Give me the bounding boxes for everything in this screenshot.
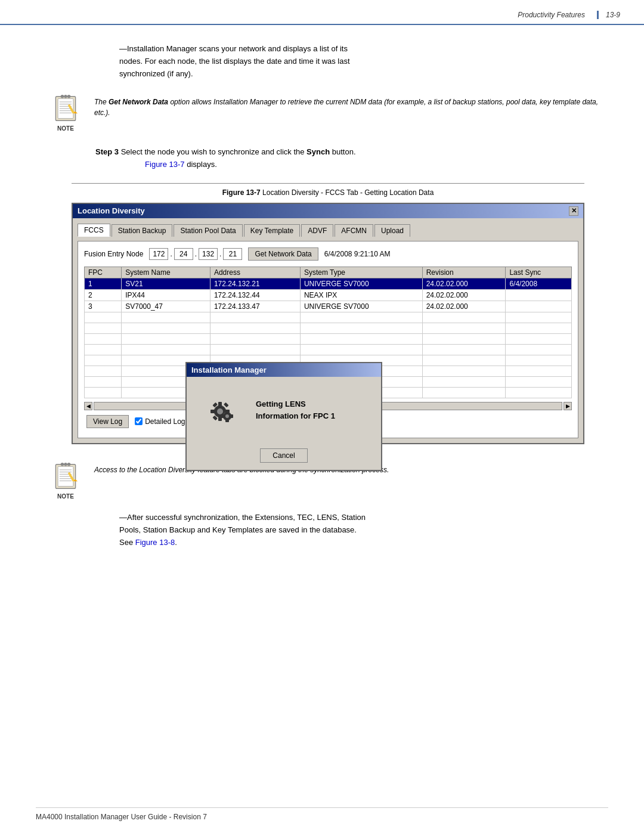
svg-point-8 [61, 95, 64, 98]
tab-fccs[interactable]: FCCS [78, 224, 110, 237]
tab-key-template[interactable]: Key Template [244, 224, 301, 237]
modal-body: Getting LENS Information for FPC 1 [187, 377, 381, 444]
location-diversity-dialog: Location Diversity ✕ FCCS Station Backup… [72, 203, 584, 444]
svg-rect-28 [230, 414, 233, 418]
cell-address: 172.24.132.21 [210, 278, 300, 289]
ip-group: . . . [149, 248, 242, 260]
table-row[interactable]: 1 SV21 172.24.132.21 UNIVERGE SV7000 24.… [85, 278, 572, 289]
fusion-entry-row: Fusion Entry Node . . . Get Network Data… [84, 247, 572, 261]
scroll-left-button[interactable]: ◀ [84, 402, 92, 410]
cell-address: 172.24.132.44 [210, 289, 300, 301]
modal-title: Installation Manager [191, 366, 267, 374]
svg-rect-27 [221, 414, 224, 418]
ip-octet3[interactable] [199, 248, 218, 260]
note1-bold: Get Network Data [109, 98, 168, 106]
col-header-system-type: System Type [300, 267, 422, 278]
footer-left: MA4000 Installation Manager User Guide -… [36, 813, 207, 821]
timestamp: 6/4/2008 9:21:10 AM [324, 250, 391, 258]
col-header-last-sync: Last Sync [506, 267, 572, 278]
note1-text: The Get Network Data option allows Insta… [94, 94, 608, 118]
header-title: Productivity Features [518, 11, 585, 19]
table-header-row: FPC System Name Address System Type Revi… [85, 267, 572, 278]
svg-point-37 [61, 463, 64, 466]
table-wrapper: FPC System Name Address System Type Revi… [84, 267, 572, 398]
page-content: —Installation Manager scans your network… [0, 25, 644, 566]
cell-revision: 24.02.02.000 [422, 278, 506, 289]
tab-content: Fusion Entry Node . . . Get Network Data… [78, 241, 578, 438]
table-row[interactable]: 2 IPX44 172.24.132.44 NEAX IPX 24.02.02.… [85, 289, 572, 301]
scroll-right-button[interactable]: ▶ [564, 402, 572, 410]
col-header-system-name: System Name [122, 267, 210, 278]
figure-13-8-link[interactable]: Figure 13-8 [135, 538, 175, 547]
after-sync-block: —After successful synchronization, the E… [119, 512, 608, 549]
cell-address: 172.24.133.47 [210, 301, 300, 312]
table-row[interactable]: 3 SV7000_47 172.24.133.47 UNIVERGE SV700… [85, 301, 572, 312]
note1-text-after: option allows Installation Manager to re… [94, 98, 598, 117]
svg-rect-20 [224, 402, 228, 407]
note2-icon: NOTE [48, 462, 83, 500]
step3-block: Step 3 Select the node you wish to synch… [95, 146, 608, 171]
note1-text-before: The [94, 98, 109, 106]
note1-label: NOTE [57, 125, 74, 132]
get-network-data-button[interactable]: Get Network Data [248, 247, 318, 261]
note1-icon: NOTE [48, 94, 83, 132]
ip-octet2[interactable] [174, 248, 193, 260]
tab-station-backup[interactable]: Station Backup [112, 224, 173, 237]
table-row-empty [85, 323, 572, 333]
after-sync-line4: . [175, 538, 177, 547]
step3-link2: displays. [185, 160, 217, 169]
cell-last-sync [506, 301, 572, 312]
step3-link[interactable]: Figure 13-7 [145, 160, 184, 169]
svg-point-9 [64, 95, 67, 98]
view-log-button[interactable]: View Log [86, 415, 129, 428]
dialog-titlebar: Location Diversity ✕ [73, 204, 583, 218]
svg-rect-15 [218, 402, 222, 406]
dialog-close-button[interactable]: ✕ [569, 206, 578, 216]
note2-label: NOTE [57, 493, 74, 500]
svg-point-39 [67, 463, 71, 466]
intro-text: —Installation Manager scans your network… [119, 43, 608, 80]
detailed-log-checkbox[interactable] [135, 417, 143, 425]
dialog-body: FCCS Station Backup Station Pool Data Ke… [73, 218, 583, 443]
notepad-icon-2 [51, 462, 80, 491]
svg-rect-26 [225, 419, 229, 422]
fusion-label: Fusion Entry Node [84, 250, 143, 258]
table-row-empty [85, 312, 572, 323]
detailed-log-label: Detailed Log [145, 417, 185, 426]
figure-label: Figure 13-7 [222, 188, 261, 197]
tab-upload[interactable]: Upload [374, 224, 410, 237]
cell-last-sync [506, 289, 572, 301]
table-row-empty [85, 344, 572, 355]
tab-station-pool-data[interactable]: Station Pool Data [174, 224, 242, 237]
svg-point-10 [67, 95, 71, 98]
svg-point-38 [64, 463, 67, 466]
tab-bar: FCCS Station Backup Station Pool Data Ke… [78, 223, 578, 236]
step3-label: Step 3 [95, 147, 119, 156]
figure-caption: Figure 13-7 Location Diversity - FCCS Ta… [72, 183, 584, 197]
cell-revision: 24.02.02.000 [422, 301, 506, 312]
after-sync-line2: Pools, Station Backup and Key Templates … [119, 525, 357, 534]
table-row-empty [85, 333, 572, 344]
header-page-number: 13-9 [597, 11, 620, 19]
intro-line3: synchronized (if any). [119, 68, 608, 80]
col-header-fpc: FPC [85, 267, 122, 278]
svg-point-14 [217, 408, 223, 414]
notepad-icon [51, 94, 80, 123]
modal-footer: Cancel [187, 444, 381, 470]
cell-fpc: 2 [85, 289, 122, 301]
cell-last-sync: 6/4/2008 [506, 278, 572, 289]
note1-block: NOTE The Get Network Data option allows … [48, 94, 608, 132]
step3-text2: button. [330, 147, 355, 156]
intro-line1: —Installation Manager scans your network… [119, 43, 608, 55]
tab-afcmn[interactable]: AFCMN [335, 224, 373, 237]
installation-manager-modal: Installation Manager [185, 362, 382, 471]
cell-system-name: SV21 [122, 278, 210, 289]
col-header-revision: Revision [422, 267, 506, 278]
ip-octet4[interactable] [223, 248, 242, 260]
modal-cancel-button[interactable]: Cancel [260, 448, 307, 463]
page-header: Productivity Features 13-9 [0, 0, 644, 25]
ip-octet1[interactable] [149, 248, 168, 260]
tab-advf[interactable]: ADVF [301, 224, 333, 237]
cell-system-type: NEAX IPX [300, 289, 422, 301]
figure-caption-text: Location Diversity - FCCS Tab - Getting … [262, 188, 434, 197]
